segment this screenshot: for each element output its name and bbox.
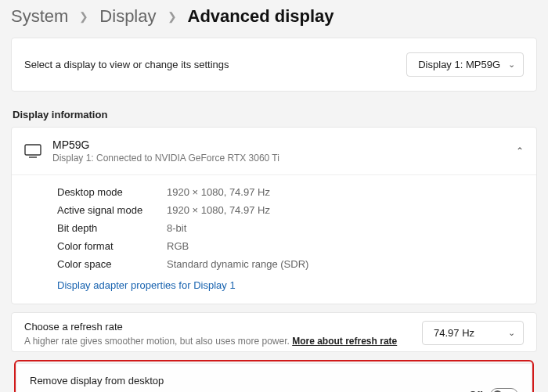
toggle-state-label: Off: [469, 389, 482, 392]
chevron-down-icon: ⌄: [508, 59, 515, 70]
info-key: Desktop mode: [57, 186, 167, 198]
highlight-box: Remove display from desktop Stop Windows…: [14, 360, 534, 392]
breadcrumb-system[interactable]: System: [11, 6, 68, 27]
display-connection-info: Display 1: Connected to NVIDIA GeForce R…: [52, 153, 279, 164]
refresh-rate-title: Choose a refresh rate: [24, 321, 397, 333]
chevron-up-icon: ⌃: [516, 146, 524, 156]
info-row: Active signal mode1920 × 1080, 74.97 Hz: [12, 201, 536, 219]
svg-rect-0: [25, 145, 41, 155]
remove-display-title: Remove display from desktop: [30, 375, 460, 387]
info-key: Color format: [57, 240, 167, 252]
chevron-right-icon: ❯: [168, 10, 177, 23]
info-key: Color space: [57, 258, 167, 270]
info-key: Active signal mode: [57, 204, 167, 216]
info-row: Desktop mode1920 × 1080, 74.97 Hz: [12, 183, 536, 201]
info-row: Color formatRGB: [12, 237, 536, 255]
display-adapter-link[interactable]: Display adapter properties for Display 1: [57, 279, 236, 291]
display-info-card: MP59G Display 1: Connected to NVIDIA GeF…: [11, 127, 537, 304]
remove-display-card: Remove display from desktop Stop Windows…: [17, 363, 531, 392]
info-key: Bit depth: [57, 222, 167, 234]
chevron-right-icon: ❯: [79, 10, 88, 23]
info-value: 8-bit: [167, 222, 186, 234]
display-name: MP59G: [52, 138, 279, 151]
breadcrumb: System ❯ Display ❯ Advanced display: [11, 6, 537, 27]
chevron-down-icon: ⌄: [508, 328, 515, 338]
info-value: 1920 × 1080, 74.97 Hz: [167, 186, 270, 198]
display-info-body: Desktop mode1920 × 1080, 74.97 HzActive …: [12, 175, 536, 304]
refresh-rate-dropdown[interactable]: 74.97 Hz ⌄: [422, 321, 524, 345]
display-dropdown-value: Display 1: MP59G: [418, 59, 500, 70]
select-display-label: Select a display to view or change its s…: [24, 59, 229, 70]
refresh-rate-card: Choose a refresh rate A higher rate give…: [11, 312, 537, 352]
refresh-rate-subtitle: A higher rate gives smoother motion, but…: [24, 336, 397, 347]
display-info-header[interactable]: MP59G Display 1: Connected to NVIDIA GeF…: [12, 128, 536, 174]
breadcrumb-display[interactable]: Display: [99, 6, 156, 27]
info-row: Color spaceStandard dynamic range (SDR): [12, 255, 536, 273]
select-display-card: Select a display to view or change its s…: [11, 38, 537, 92]
refresh-rate-value: 74.97 Hz: [434, 327, 474, 339]
monitor-icon: [24, 144, 41, 158]
section-title-display-information: Display information: [13, 109, 537, 120]
display-dropdown[interactable]: Display 1: MP59G ⌄: [406, 52, 524, 77]
info-row: Bit depth8-bit: [12, 219, 536, 237]
refresh-rate-learn-more-link[interactable]: More about refresh rate: [292, 336, 397, 347]
breadcrumb-advanced-display: Advanced display: [188, 6, 334, 27]
info-value: Standard dynamic range (SDR): [167, 258, 308, 270]
info-value: 1920 × 1080, 74.97 Hz: [167, 204, 270, 216]
info-value: RGB: [167, 240, 189, 252]
remove-display-toggle[interactable]: [490, 388, 518, 392]
